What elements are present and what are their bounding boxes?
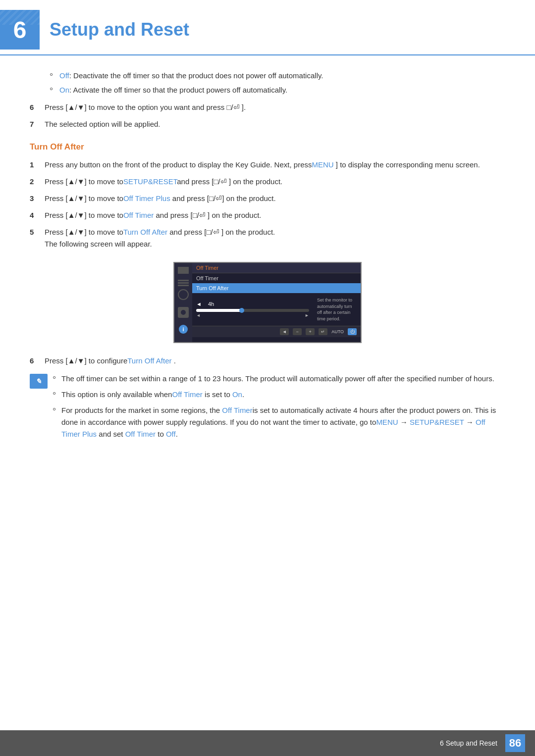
step-7-initial: 7 The selected option will be applied.	[30, 118, 505, 130]
chapter-number: 6	[13, 16, 27, 44]
turn-off-after-highlight-6: Turn Off After	[127, 356, 171, 365]
setup-reset-highlight-2: SETUP&RESET	[123, 177, 177, 186]
monitor-slider-area: ◄ 4h ◄►	[196, 301, 309, 318]
off-timer-note-2: Off Timer	[172, 390, 202, 399]
footer-page-number: 86	[505, 734, 525, 752]
monitor-bottom-bar: ◄ − + ↵ AUTO ⏻	[192, 326, 361, 337]
note-icon: ✎	[30, 374, 48, 389]
off-timer-note-3: Off Timer	[222, 406, 252, 414]
monitor-screenshot-container: i Off Timer Off Timer Turn Off After ◄ 4…	[30, 262, 505, 343]
step-3-turn-off: 3 Press [▲/▼] to move toOff Timer Plus a…	[30, 193, 505, 204]
note-item-3: For products for the market in some regi…	[53, 404, 505, 440]
content-area: Off: Deactivate the off timer so that th…	[0, 70, 535, 480]
bullet-off: Off: Deactivate the off timer so that th…	[50, 70, 505, 82]
menu-highlight-1: MENU	[312, 160, 333, 169]
monitor-main-area: Off Timer Off Timer Turn Off After ◄ 4h	[192, 263, 361, 342]
monitor-menu-title: Off Timer	[192, 263, 361, 273]
monitor-slider-value: ◄ 4h	[196, 301, 309, 307]
off-timer-plus-highlight-3: Off Timer Plus	[123, 194, 170, 202]
on-note-2: On	[232, 390, 242, 399]
monitor-slider-arrows: ◄►	[196, 313, 309, 318]
monitor-screen: i Off Timer Off Timer Turn Off After ◄ 4…	[173, 262, 362, 343]
note-content: The off timer can be set within a range …	[53, 373, 505, 444]
monitor-content-area: ◄ 4h ◄► Set the monitor to automatically…	[192, 293, 361, 326]
monitor-sidebar: i	[174, 263, 192, 342]
step-6-initial: 6 Press [▲/▼] to move to the option you …	[30, 101, 505, 113]
off-text: : Deactivate the off timer so that the p…	[69, 71, 323, 80]
off-val-note-3: Off	[166, 430, 176, 438]
note-item-1: The off timer can be set within a range …	[53, 373, 505, 385]
screen-appear-text: The following screen will appear.	[45, 240, 152, 248]
monitor-btn-minus: −	[293, 328, 302, 335]
off-timer-highlight-4: Off Timer	[123, 211, 154, 219]
off-timer-set-note-3: Off Timer	[125, 430, 156, 438]
page-header: 6 Setup and Reset	[0, 0, 535, 55]
turn-off-after-highlight-5: Turn Off After	[123, 228, 167, 236]
monitor-auto-label: AUTO	[331, 329, 344, 334]
monitor-btn-power: ⏻	[348, 328, 357, 335]
section-heading-turn-off-after: Turn Off After	[30, 142, 505, 152]
monitor-icon-2	[178, 280, 189, 281]
setup-reset-note-3: SETUP&RESET	[410, 418, 464, 426]
monitor-icon-gear	[178, 307, 189, 318]
step-2-turn-off: 2 Press [▲/▼] to move toSETUP&RESETand p…	[30, 176, 505, 188]
monitor-btn-plus: +	[306, 328, 315, 335]
chapter-number-box: 6	[0, 10, 40, 50]
on-text: : Activate the off timer so that the pro…	[69, 86, 287, 94]
monitor-slider	[196, 309, 309, 312]
bullet-on: On: Activate the off timer so that the p…	[50, 85, 505, 96]
on-label: On	[59, 86, 69, 94]
monitor-icon-circle	[178, 289, 189, 300]
note-bullets-list: The off timer can be set within a range …	[53, 373, 505, 440]
monitor-turn-off-after-item: Turn Off After	[192, 283, 361, 293]
page-title: Setup and Reset	[50, 19, 189, 40]
monitor-slider-fill	[196, 309, 241, 312]
monitor-slider-handle	[239, 308, 244, 313]
monitor-side-description: Set the monitor to automatically turn of…	[317, 297, 357, 322]
note-box: ✎ The off timer can be set within a rang…	[30, 373, 505, 444]
page-footer: 6 Setup and Reset 86	[0, 730, 535, 756]
monitor-off-timer-item: Off Timer	[192, 273, 361, 283]
note-item-2: This option is only available whenOff Ti…	[53, 389, 505, 401]
menu-note-3: MENU	[376, 418, 398, 426]
footer-chapter-text: 6 Setup and Reset	[440, 739, 497, 747]
monitor-btn-enter: ↵	[319, 328, 327, 335]
monitor-btn-left: ◄	[280, 328, 289, 335]
monitor-icon-1	[178, 267, 189, 274]
step-1-turn-off: 1 Press any button on the front of the p…	[30, 159, 505, 171]
step-5-turn-off: 5 Press [▲/▼] to move toTurn Off After a…	[30, 226, 505, 250]
off-on-bullet-list: Off: Deactivate the off timer so that th…	[30, 70, 505, 96]
step-6-configure: 6 Press [▲/▼] to configureTurn Off After…	[30, 355, 505, 367]
off-label: Off	[59, 71, 69, 80]
step-4-turn-off: 4 Press [▲/▼] to move toOff Timer and pr…	[30, 209, 505, 221]
monitor-icon-info: i	[179, 325, 188, 334]
